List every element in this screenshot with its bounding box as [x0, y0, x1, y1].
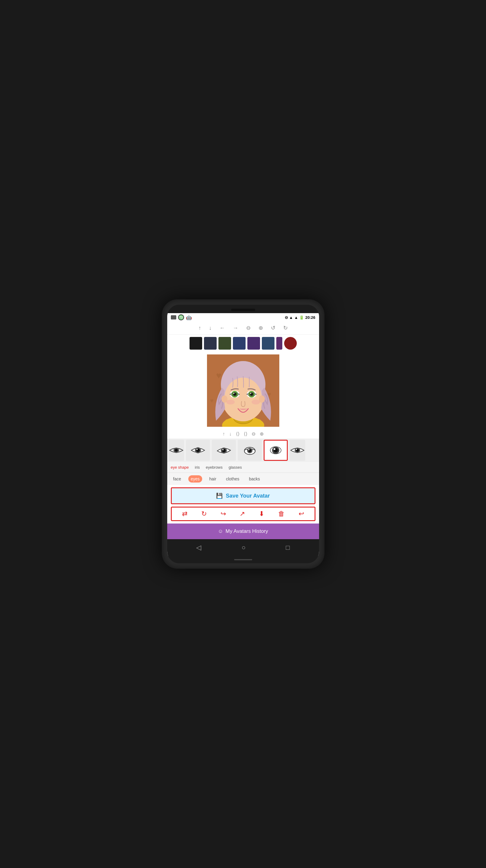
eye-option-3[interactable]	[238, 440, 262, 461]
photo-notification-icon	[171, 315, 176, 319]
main-tab-hair[interactable]: hair	[207, 475, 219, 483]
my-avatars-history-button[interactable]: ☺ My Avatars History	[167, 524, 319, 539]
save-btn-area: 💾 Save Your Avatar	[167, 485, 319, 505]
save-icon: 💾	[216, 493, 223, 499]
svg-text:♥: ♥	[210, 397, 214, 404]
svg-point-26	[252, 400, 260, 404]
share1-icon[interactable]: ↪	[221, 510, 226, 518]
color-swatch-darkred[interactable]	[284, 337, 297, 350]
sub-tab-glasses[interactable]: glasses	[229, 464, 242, 470]
svg-point-45	[296, 449, 297, 450]
refresh-icon[interactable]: ↻	[201, 510, 207, 518]
move-down-button[interactable]: ↓	[208, 324, 213, 332]
color-swatch-darkgreen[interactable]	[219, 337, 231, 350]
bottom-nav: ◁ ○ □	[167, 539, 319, 556]
color-swatch-blue[interactable]	[233, 337, 246, 350]
eye-option-5[interactable]	[290, 440, 305, 461]
status-left: 73 🤖	[171, 314, 192, 320]
avatar-svg: ♥ ♥ ♥ ♥	[207, 354, 279, 427]
time-display: 20:26	[305, 315, 315, 320]
svg-point-25	[226, 400, 235, 404]
main-tabs: face eyes hair clothes backs	[167, 472, 319, 485]
main-tab-clothes[interactable]: clothes	[224, 475, 241, 483]
svg-point-42	[273, 448, 276, 450]
move-up-button[interactable]: ↑	[197, 324, 202, 332]
zoom-in-btn2[interactable]: ⊕	[260, 431, 264, 437]
eye-selector	[167, 438, 319, 462]
color-swatch-navy[interactable]	[204, 337, 217, 350]
move-up-btn2[interactable]: ↑	[223, 431, 225, 437]
eye-option-4-selected[interactable]	[264, 440, 288, 461]
home-indicator	[234, 559, 252, 560]
battery-icon: 🔋	[299, 315, 304, 320]
phone-bottom	[167, 556, 319, 563]
svg-point-28	[175, 449, 178, 452]
zoom-out-button[interactable]: ⊖	[245, 324, 252, 332]
wifi-icon: ▲	[289, 315, 293, 320]
share2-icon[interactable]: ↗	[239, 510, 245, 518]
shuffle-icon[interactable]: ⇄	[182, 510, 187, 518]
svg-point-34	[222, 449, 224, 450]
history-smiley-icon: ☺	[218, 528, 223, 534]
sub-tabs: eye shape iris eyebrows glasses	[167, 462, 319, 472]
toolbar-secondary: ↑ ↓ ⟨⟩ ⟨⟩ ⊖ ⊕	[167, 429, 319, 438]
sub-tab-eyebrows[interactable]: eyebrows	[206, 464, 223, 470]
back-nav-icon[interactable]: ◁	[196, 544, 201, 552]
main-tab-face[interactable]: face	[171, 475, 184, 483]
save-avatar-button[interactable]: 💾 Save Your Avatar	[171, 487, 316, 504]
toolbar-top: ↑ ↓ ← → ⊖ ⊕ ↺ ↻	[167, 321, 319, 335]
avatar-display: ♥ ♥ ♥ ♥	[167, 352, 319, 429]
eye-option-partial[interactable]	[168, 440, 184, 461]
svg-text:♥: ♥	[216, 370, 222, 380]
color-swatch-violet[interactable]	[276, 337, 282, 350]
android-icon: 🤖	[186, 315, 192, 320]
sub-tab-eye-shape[interactable]: eye shape	[171, 464, 189, 470]
color-swatch-steelblue[interactable]	[262, 337, 274, 350]
eye-option-2[interactable]	[212, 440, 236, 461]
phone-inner: 73 🤖 ⊝ ▲ ▲ 🔋 20:26 ↑ ↓ ← → ⊖ ⊕ ↺	[167, 305, 319, 563]
history-label: My Avatars History	[225, 528, 268, 534]
screen: 73 🤖 ⊝ ▲ ▲ 🔋 20:26 ↑ ↓ ← → ⊖ ⊕ ↺	[167, 313, 319, 556]
svg-point-31	[196, 449, 198, 450]
phone-frame: 73 🤖 ⊝ ▲ ▲ 🔋 20:26 ↑ ↓ ← → ⊖ ⊕ ↺	[162, 299, 324, 569]
eye-option-1[interactable]	[186, 440, 210, 461]
history-icon[interactable]: ↩	[299, 510, 304, 518]
trash-icon[interactable]: 🗑	[278, 510, 285, 518]
main-tab-eyes[interactable]: eyes	[188, 475, 202, 483]
status-right: ⊝ ▲ ▲ 🔋 20:26	[285, 315, 316, 320]
signal-bars: ▲	[294, 315, 298, 320]
speaker	[231, 309, 255, 311]
badge-73: 73	[178, 314, 184, 320]
camera-area	[167, 305, 319, 313]
avatar-canvas: ♥ ♥ ♥ ♥	[207, 354, 279, 427]
download-icon[interactable]: ⬇	[259, 510, 264, 518]
signal-icon: ⊝	[285, 315, 288, 320]
svg-point-38	[248, 449, 250, 450]
color-swatch-purple[interactable]	[247, 337, 260, 350]
move-left-button[interactable]: ←	[219, 324, 226, 332]
zoom-in-button[interactable]: ⊕	[257, 324, 264, 332]
status-bar: 73 🤖 ⊝ ▲ ▲ 🔋 20:26	[167, 313, 319, 321]
zoom-out-btn2[interactable]: ⊖	[252, 431, 256, 437]
action-row: ⇄ ↻ ↪ ↗ ⬇ 🗑 ↩	[171, 507, 316, 521]
sub-tab-iris[interactable]: iris	[195, 464, 200, 470]
compress-vert-btn[interactable]: ⟨⟩	[244, 431, 247, 437]
undo-button[interactable]: ↺	[270, 324, 277, 332]
recent-nav-icon[interactable]: □	[286, 544, 290, 552]
main-tab-backs[interactable]: backs	[247, 475, 262, 483]
color-palette	[167, 335, 319, 352]
redo-button[interactable]: ↻	[282, 324, 289, 332]
color-swatch-black[interactable]	[190, 337, 202, 350]
move-down-btn2[interactable]: ↓	[229, 431, 232, 437]
compress-horiz-btn[interactable]: ⟨⟩	[236, 431, 239, 437]
save-label: Save Your Avatar	[226, 493, 270, 499]
home-nav-icon[interactable]: ○	[241, 544, 246, 552]
move-right-button[interactable]: →	[232, 324, 239, 332]
